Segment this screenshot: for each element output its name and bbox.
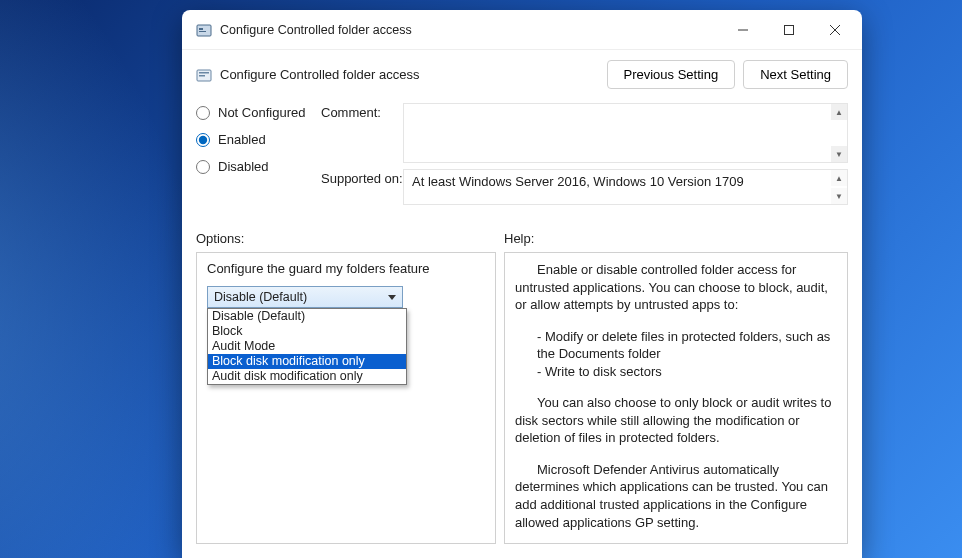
dropdown-item[interactable]: Audit Mode	[208, 339, 406, 354]
help-text: - Modify or delete files in protected fo…	[515, 328, 837, 363]
help-text: - Write to disk sectors	[515, 363, 837, 381]
close-button[interactable]	[812, 10, 858, 50]
svg-rect-2	[199, 31, 206, 32]
next-setting-button[interactable]: Next Setting	[743, 60, 848, 89]
maximize-button[interactable]	[766, 10, 812, 50]
dropdown-item[interactable]: Block	[208, 324, 406, 339]
radio-disabled[interactable]: Disabled	[196, 159, 321, 174]
help-text: Microsoft Defender Antivirus automatical…	[515, 461, 837, 531]
titlebar: Configure Controlled folder access	[182, 10, 862, 50]
supported-text: At least Windows Server 2016, Windows 10…	[403, 169, 848, 205]
radio-enabled[interactable]: Enabled	[196, 132, 321, 147]
feature-label: Configure the guard my folders feature	[207, 261, 485, 276]
panels: Configure the guard my folders feature D…	[182, 252, 862, 558]
svg-rect-0	[197, 25, 211, 36]
section-labels: Options: Help:	[182, 213, 862, 252]
supported-row: Supported on: At least Windows Server 20…	[321, 169, 848, 205]
svg-rect-8	[199, 72, 209, 74]
meta-column: Comment: ▲ ▼ Supported on: At least Wind…	[321, 103, 848, 205]
scroll-down-icon[interactable]: ▼	[831, 188, 847, 204]
scroll-down-icon[interactable]: ▼	[831, 146, 847, 162]
help-panel: Enable or disable controlled folder acce…	[504, 252, 848, 544]
radio-not-configured[interactable]: Not Configured	[196, 105, 321, 120]
svg-rect-9	[199, 75, 205, 77]
window-title: Configure Controlled folder access	[220, 23, 720, 37]
dropdown-item[interactable]: Block disk modification only	[208, 354, 406, 369]
help-text: You can also choose to only block or aud…	[515, 394, 837, 447]
policy-icon	[196, 22, 212, 38]
options-label: Options:	[196, 231, 504, 246]
policy-editor-window: Configure Controlled folder access Confi…	[182, 10, 862, 558]
comment-label: Comment:	[321, 103, 403, 163]
dropdown-selected[interactable]: Disable (Default)	[207, 286, 403, 308]
supported-label: Supported on:	[321, 169, 403, 205]
help-label: Help:	[504, 231, 534, 246]
dropdown-item[interactable]: Audit disk modification only	[208, 369, 406, 384]
dropdown-item[interactable]: Disable (Default)	[208, 309, 406, 324]
config-row: Not Configured Enabled Disabled Comment:…	[182, 103, 862, 213]
setting-title: Configure Controlled folder access	[220, 67, 607, 82]
options-panel: Configure the guard my folders feature D…	[196, 252, 496, 544]
window-controls	[720, 10, 858, 50]
comment-input[interactable]: ▲ ▼	[403, 103, 848, 163]
scroll-up-icon[interactable]: ▲	[831, 170, 847, 186]
dropdown-list: Disable (Default) Block Audit Mode Block…	[207, 308, 407, 385]
nav-buttons: Previous Setting Next Setting	[607, 60, 849, 89]
minimize-button[interactable]	[720, 10, 766, 50]
help-text: Enable or disable controlled folder acce…	[515, 261, 837, 314]
setting-header: Configure Controlled folder access Previ…	[182, 50, 862, 103]
radio-group: Not Configured Enabled Disabled	[196, 103, 321, 205]
previous-setting-button[interactable]: Previous Setting	[607, 60, 736, 89]
svg-rect-4	[785, 25, 794, 34]
setting-icon	[196, 67, 212, 83]
guard-folders-dropdown[interactable]: Disable (Default) Disable (Default) Bloc…	[207, 286, 403, 308]
scroll-up-icon[interactable]: ▲	[831, 104, 847, 120]
comment-row: Comment: ▲ ▼	[321, 103, 848, 163]
svg-rect-1	[199, 28, 203, 30]
